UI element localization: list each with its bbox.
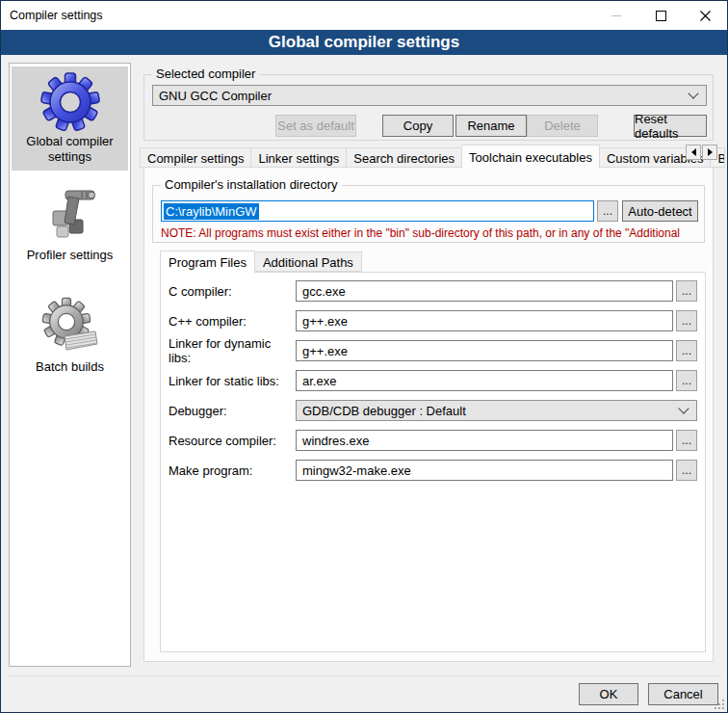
maximize-button[interactable] <box>638 1 683 30</box>
delete-button[interactable]: Delete <box>527 115 598 137</box>
field-label: C compiler: <box>169 284 296 299</box>
triangle-left-icon <box>688 148 696 156</box>
installation-directory-browse-button[interactable]: ... <box>597 200 618 222</box>
sidebar-item-label: Batch builds <box>12 359 128 375</box>
resource-compiler-browse-button[interactable]: ... <box>676 430 697 451</box>
linker-static-input[interactable]: ar.exe <box>296 370 673 391</box>
chevron-down-icon <box>678 403 689 413</box>
debugger-select-value: GDB/CDB debugger : Default <box>302 404 466 418</box>
tab-scroll-left-button[interactable] <box>686 145 701 160</box>
sidebar-item-global-compiler-settings[interactable]: Global compiler settings <box>12 66 128 171</box>
field-label: Debugger: <box>169 404 296 418</box>
rename-button[interactable]: Rename <box>455 115 527 137</box>
reset-defaults-button[interactable]: Reset defaults <box>634 115 707 137</box>
field-label: Linker for dynamic libs: <box>169 336 296 365</box>
c-compiler-browse-button[interactable]: ... <box>676 280 697 302</box>
set-as-default-button[interactable]: Set as default <box>275 115 356 137</box>
compiler-select[interactable]: GNU GCC Compiler <box>152 85 707 106</box>
group-legend: Selected compiler <box>152 66 259 81</box>
ok-button[interactable]: OK <box>579 683 638 705</box>
sidebar-item-batch-builds[interactable]: Batch builds <box>12 292 128 381</box>
subtab-program-files[interactable]: Program Files <box>160 251 255 273</box>
tab-toolchain-executables[interactable]: Toolchain executables <box>461 145 600 169</box>
sidebar-item-profiler-settings[interactable]: Profiler settings <box>12 180 128 269</box>
tab-compiler-settings[interactable]: Compiler settings <box>140 147 251 168</box>
settings-sidebar: Global compiler settings Profiler settin… <box>9 63 131 667</box>
tab-search-directories[interactable]: Search directories <box>346 147 462 168</box>
main-tabs: Compiler settings Linker settings Search… <box>140 144 719 168</box>
compiler-settings-dialog: Compiler settings Global compiler settin… <box>0 0 728 713</box>
c-compiler-input[interactable]: gcc.exe <box>296 280 673 302</box>
debugger-select[interactable]: GDB/CDB debugger : Default <box>296 400 697 421</box>
make-program-input[interactable]: mingw32-make.exe <box>296 460 673 481</box>
note-text: NOTE: All programs must exist either in … <box>161 226 698 240</box>
cancel-button[interactable]: Cancel <box>648 683 718 705</box>
linker-static-browse-button[interactable]: ... <box>676 370 697 391</box>
tab-scroll-right-button[interactable] <box>702 145 717 160</box>
sidebar-item-label: Global compiler settings <box>12 134 128 165</box>
caliper-tool-icon <box>39 184 101 246</box>
tab-linker-settings[interactable]: Linker settings <box>250 147 347 168</box>
gray-gear-stack-icon <box>39 296 101 357</box>
maximize-icon <box>656 11 666 21</box>
sidebar-item-label: Profiler settings <box>12 248 128 263</box>
program-subtabs: Program Files Additional Paths <box>160 250 361 272</box>
field-label: Linker for static libs: <box>169 374 296 388</box>
row-c-compiler: C compiler: gcc.exe ... <box>169 280 697 302</box>
minimize-button[interactable] <box>594 1 638 30</box>
close-icon <box>700 11 711 21</box>
row-make-program: Make program: mingw32-make.exe ... <box>169 460 697 481</box>
installation-directory-input[interactable]: C:\raylib\MinGW <box>161 200 594 222</box>
installation-directory-group: Compiler's installation directory C:\ray… <box>152 185 705 243</box>
cpp-compiler-browse-button[interactable]: ... <box>676 310 697 331</box>
linker-dynamic-input[interactable]: g++.exe <box>296 340 673 361</box>
field-label: Resource compiler: <box>169 434 296 448</box>
close-button[interactable] <box>683 1 727 30</box>
chevron-down-icon <box>688 88 698 98</box>
make-program-browse-button[interactable]: ... <box>676 460 697 481</box>
row-linker-dynamic: Linker for dynamic libs: g++.exe ... <box>169 340 697 361</box>
subtab-additional-paths[interactable]: Additional Paths <box>254 251 362 272</box>
auto-detect-button[interactable]: Auto-detect <box>622 200 698 222</box>
resource-compiler-input[interactable]: windres.exe <box>296 430 673 451</box>
minimize-icon <box>611 15 621 16</box>
row-linker-static: Linker for static libs: ar.exe ... <box>169 370 697 391</box>
toolchain-executables-page: Compiler's installation directory C:\ray… <box>143 167 714 662</box>
field-label: C++ compiler: <box>169 314 296 329</box>
triangle-right-icon <box>708 148 716 156</box>
program-files-page: C compiler: gcc.exe ... C++ compiler: g+… <box>160 272 706 652</box>
row-debugger: Debugger: GDB/CDB debugger : Default <box>169 400 697 421</box>
resize-grip-icon[interactable] <box>715 700 724 709</box>
field-label: Make program: <box>169 463 296 478</box>
selected-path-text: C:\raylib\MinGW <box>164 203 259 220</box>
linker-dynamic-browse-button[interactable]: ... <box>676 340 697 361</box>
compiler-select-value: GNU GCC Compiler <box>159 89 272 103</box>
selected-compiler-group: Selected compiler GNU GCC Compiler Set a… <box>143 74 714 141</box>
footer-divider <box>9 675 721 676</box>
copy-button[interactable]: Copy <box>382 115 454 137</box>
group-legend: Compiler's installation directory <box>161 177 342 192</box>
row-resource-compiler: Resource compiler: windres.exe ... <box>169 430 697 451</box>
cpp-compiler-input[interactable]: g++.exe <box>296 310 673 331</box>
window-title: Compiler settings <box>1 9 594 22</box>
row-cpp-compiler: C++ compiler: g++.exe ... <box>169 310 697 331</box>
page-title: Global compiler settings <box>1 30 727 55</box>
blue-gear-icon <box>39 70 101 132</box>
title-bar: Compiler settings <box>1 1 727 30</box>
